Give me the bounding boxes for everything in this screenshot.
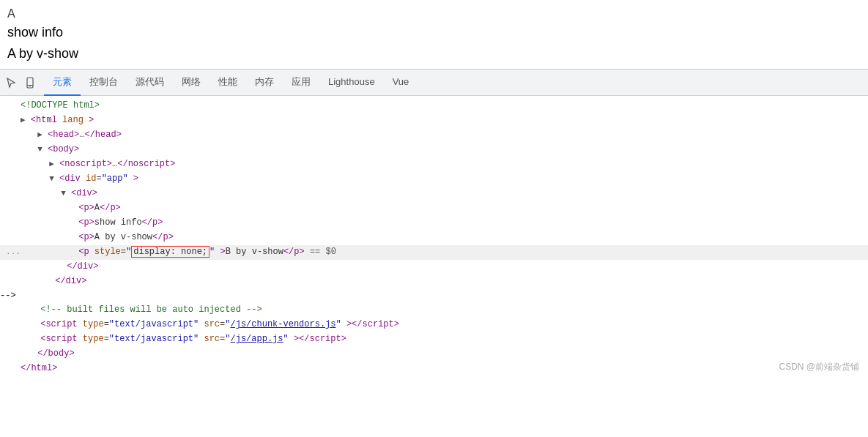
code-line-head[interactable]: ▶ <head>…</head> — [0, 128, 868, 143]
tab-application[interactable]: 应用 — [283, 70, 319, 96]
page-title-a: A — [7, 7, 856, 20]
code-line-body-close[interactable]: </body> — [0, 347, 868, 362]
code-line-comment-built[interactable]: <!-- built files will be auto injected -… — [0, 303, 868, 318]
device-toggle-icon[interactable] — [22, 75, 38, 91]
code-line-p-showinfo[interactable]: <p>show info</p> — [0, 216, 868, 231]
code-line-html-close[interactable]: </html> — [0, 362, 868, 376]
tab-console[interactable]: 控制台 — [81, 70, 127, 96]
devtools-code-view: <!DOCTYPE html> ▶ <html lang > ▶ <head>…… — [0, 96, 868, 379]
code-line-p-avshow[interactable]: <p>A by v-show</p> — [0, 231, 868, 245]
devtools-icon-group — [3, 75, 38, 91]
page-content: A show info A by v-show — [0, 0, 868, 69]
code-line-noscript[interactable]: ▶ <noscript>…</noscript> — [0, 157, 868, 172]
tab-vue[interactable]: Vue — [384, 70, 418, 96]
code-line-html[interactable]: ▶ <html lang > — [0, 113, 868, 128]
code-line-div-inner[interactable]: ▼ <div> — [0, 187, 868, 201]
code-line-div-close-app[interactable]: </div> — [0, 274, 868, 289]
tab-elements[interactable]: 元素 — [44, 70, 81, 96]
svg-point-2 — [29, 86, 30, 86]
devtools-panel: 元素 控制台 源代码 网络 性能 内存 应用 Lighthouse Vue <!… — [0, 69, 868, 379]
tab-sources[interactable]: 源代码 — [127, 70, 173, 96]
code-line-body-open[interactable]: ▼ <body> — [0, 143, 868, 157]
code-line-div-app[interactable]: ▼ <div id="app" > — [0, 172, 868, 187]
page-show-info: show info — [7, 25, 856, 40]
tab-performance[interactable]: 性能 — [209, 70, 246, 96]
watermark: CSDN @前端杂货铺 — [779, 361, 859, 373]
tab-network[interactable]: 网络 — [173, 70, 209, 96]
tab-lighthouse[interactable]: Lighthouse — [319, 70, 384, 96]
page-a-by-vshow: A by v-show — [7, 46, 856, 61]
code-line-div-close-inner[interactable]: </div> — [0, 260, 868, 274]
code-line-p-a[interactable]: <p>A</p> — [0, 201, 868, 216]
code-line-doctype[interactable]: <!DOCTYPE html> — [0, 99, 868, 113]
devtools-tabbar: 元素 控制台 源代码 网络 性能 内存 应用 Lighthouse Vue — [0, 70, 868, 96]
code-line-script-app[interactable]: <script type="text/javascript" src="/js/… — [0, 332, 868, 347]
inspect-icon[interactable] — [3, 75, 19, 91]
tab-memory[interactable]: 内存 — [246, 70, 283, 96]
code-line-p-bvshow[interactable]: ... <p style="display: none;" >B by v-sh… — [0, 245, 868, 260]
code-line-script-vendors[interactable]: <script type="text/javascript" src="/js/… — [0, 318, 868, 332]
